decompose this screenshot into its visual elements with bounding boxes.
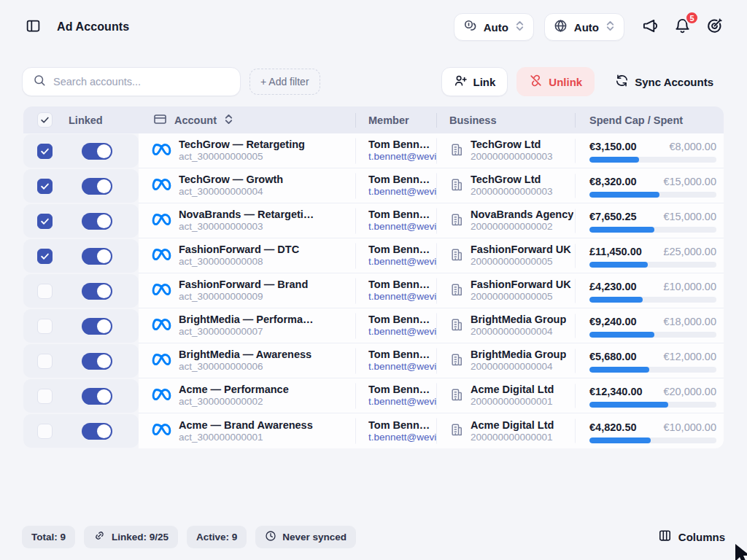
spend-cap: €10,000.00 <box>663 421 716 433</box>
spend-progress-fill <box>589 367 649 373</box>
row-checkbox[interactable] <box>37 319 53 334</box>
spend-progress-track <box>589 192 716 198</box>
row-checkbox[interactable] <box>37 249 53 264</box>
row-toggle[interactable] <box>82 318 112 335</box>
building-icon <box>449 177 464 195</box>
member-email: t.bennett@wevic <box>368 432 436 444</box>
building-icon <box>449 422 464 440</box>
spend-amount: €3,150.00 <box>589 141 637 152</box>
account-id: act_300000000007 <box>179 326 314 338</box>
sidebar-panel-icon <box>26 18 41 36</box>
row-checkbox[interactable] <box>37 144 53 159</box>
notifications-button[interactable]: 5 <box>671 16 693 38</box>
meta-logo-icon <box>152 248 171 264</box>
spend-progress-fill <box>589 157 639 163</box>
spend-progress-fill <box>589 297 643 303</box>
row-checkbox[interactable] <box>37 179 53 194</box>
row-toggle[interactable] <box>82 283 112 300</box>
sync-accounts-label: Sync Accounts <box>635 76 713 88</box>
table-row: TechGrow — Retargeting act_300000000005 … <box>23 133 724 168</box>
sync-status-badge: Never synced <box>255 526 356 548</box>
meta-logo-icon <box>152 213 171 229</box>
add-filter-button[interactable]: + Add filter <box>249 69 320 95</box>
spend-amount: £4,230.00 <box>589 281 637 292</box>
building-icon <box>449 282 464 300</box>
search-box <box>22 67 241 96</box>
building-icon <box>449 352 464 370</box>
account-name: FashionForward — DTC <box>179 243 299 256</box>
account-id: act_300000000005 <box>179 151 305 163</box>
account-name: TechGrow — Growth <box>179 173 283 186</box>
spend-cap: £10,000.00 <box>663 281 716 292</box>
table-header: Linked Account Member Business Spend Cap… <box>23 106 724 133</box>
clock-icon <box>265 530 276 544</box>
spend-progress-track <box>589 157 716 163</box>
member-email: t.bennett@wevic <box>368 186 436 198</box>
meta-logo-icon <box>152 283 171 299</box>
toolbar: + Add filter Link Unlink Sync Accounts <box>22 67 725 96</box>
business-name: FashionForward UK <box>471 278 571 291</box>
sync-status-label: Never synced <box>282 532 347 542</box>
account-name: TechGrow — Retargeting <box>179 138 305 151</box>
search-input[interactable] <box>53 76 230 88</box>
building-icon <box>449 212 464 230</box>
member-email: t.bennett@wevic <box>368 256 436 268</box>
account-name: NovaBrands — Retargeti… <box>179 208 314 221</box>
spend-progress-fill <box>589 402 668 408</box>
language-select[interactable]: Auto <box>544 13 624 41</box>
coins-icon <box>463 19 477 35</box>
columns-button[interactable]: Columns <box>658 529 725 545</box>
column-header-account[interactable]: Account <box>174 114 217 126</box>
row-checkbox[interactable] <box>37 424 53 439</box>
spend-progress-track <box>589 227 716 233</box>
account-id: act_300000000001 <box>179 432 313 444</box>
member-email: t.bennett@wevic <box>368 361 436 373</box>
row-checkbox[interactable] <box>37 354 53 369</box>
member-name: Tom Benn… <box>368 278 436 291</box>
row-checkbox[interactable] <box>37 389 53 404</box>
meta-logo-icon <box>152 318 171 334</box>
table-row: Acme — Performance act_300000000002 Tom … <box>23 378 724 413</box>
sidebar-toggle-button[interactable] <box>22 16 44 38</box>
column-header-member: Member <box>368 114 409 126</box>
sort-icon[interactable] <box>224 113 233 128</box>
member-name: Tom Benn… <box>368 419 436 432</box>
row-toggle[interactable] <box>82 388 112 405</box>
row-toggle[interactable] <box>82 353 112 370</box>
row-checkbox[interactable] <box>37 214 53 229</box>
account-name: Acme — Performance <box>179 383 289 396</box>
spend-cap: €20,000.00 <box>663 386 716 397</box>
announcements-button[interactable] <box>639 16 661 38</box>
page-title: Ad Accounts <box>57 20 129 34</box>
spend-progress-fill <box>589 262 648 268</box>
account-id: act_300000000008 <box>179 256 299 268</box>
building-icon <box>449 387 464 405</box>
business-id: 200000000000005 <box>471 291 571 303</box>
row-checkbox[interactable] <box>37 284 53 299</box>
unlink-icon <box>529 74 543 90</box>
unlink-button[interactable]: Unlink <box>516 67 595 96</box>
column-header-spend: Spend Cap / Spent <box>589 114 683 126</box>
business-name: BrightMedia Group <box>471 348 566 361</box>
spend-amount: €5,680.00 <box>589 351 637 362</box>
member-name: Tom Benn… <box>368 208 436 221</box>
row-toggle[interactable] <box>82 423 112 440</box>
row-toggle[interactable] <box>82 248 112 265</box>
row-toggle[interactable] <box>82 143 112 160</box>
link-button[interactable]: Link <box>441 67 508 96</box>
sync-accounts-button[interactable]: Sync Accounts <box>603 67 725 96</box>
select-all-checkbox[interactable] <box>37 112 53 128</box>
row-toggle[interactable] <box>82 213 112 230</box>
member-name: Tom Benn… <box>368 348 436 361</box>
currency-select-value: Auto <box>484 21 508 34</box>
active-badge: Active: 9 <box>187 526 247 548</box>
targeting-button[interactable] <box>703 16 725 38</box>
row-toggle[interactable] <box>82 178 112 195</box>
currency-select[interactable]: Auto <box>454 13 534 41</box>
unlink-button-label: Unlink <box>549 76 582 88</box>
business-name: Acme Digital Ltd <box>471 383 554 396</box>
member-name: Tom Benn… <box>368 243 436 256</box>
user-plus-icon <box>454 74 468 90</box>
member-email: t.bennett@wevic <box>368 291 436 303</box>
member-email: t.bennett@wevic <box>368 326 436 338</box>
